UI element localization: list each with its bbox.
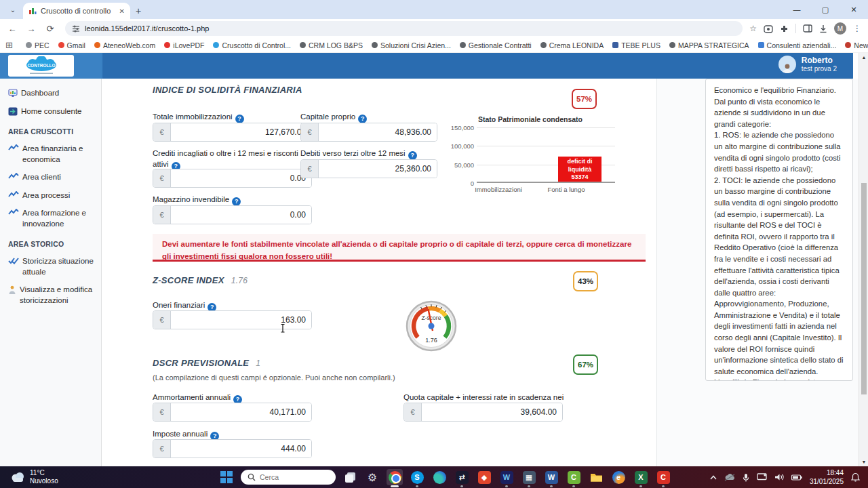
help-icon[interactable] — [235, 115, 244, 123]
skype-app-icon[interactable]: S — [409, 469, 425, 485]
bookmark-item[interactable]: TEBE PLUS — [609, 41, 664, 50]
warning-message: Devi aumentare le fonti stabilmente vinc… — [153, 234, 646, 262]
close-button[interactable]: ✕ — [840, 0, 868, 19]
field-label: Capitale proprio — [300, 111, 367, 123]
tray-chevron-icon[interactable] — [710, 475, 717, 480]
download-icon[interactable] — [819, 24, 827, 33]
notifications-bell-icon[interactable] — [851, 472, 860, 482]
currency-prefix: € — [301, 123, 319, 141]
solidity-title: INDICE DI SOLIDITÀ FINANZIARIA — [153, 85, 302, 95]
apps-grid-icon[interactable]: ⊞ — [5, 40, 13, 50]
bookmark-item[interactable]: Gestionale Contratti — [456, 41, 535, 50]
forward-icon[interactable]: → — [23, 20, 39, 37]
x-category-label: Immobilizzazioni — [468, 186, 529, 193]
edge-app-icon[interactable] — [431, 469, 448, 485]
minimize-button[interactable]: — — [783, 0, 811, 19]
currency-prefix: € — [153, 311, 171, 329]
y-tick-label: 50,000 — [444, 161, 474, 169]
bookmark-star-icon[interactable]: ☆ — [749, 24, 757, 33]
camtasia-app-icon[interactable]: C — [566, 469, 582, 485]
weather-condition: Nuvoloso — [30, 477, 58, 486]
word-app-icon[interactable]: W — [543, 469, 559, 485]
taskbar-search[interactable] — [241, 470, 336, 485]
reload-icon[interactable]: ⟳ — [42, 20, 58, 37]
dscr-value: 1 — [256, 359, 260, 368]
profile-avatar[interactable]: M — [834, 22, 846, 35]
field-label: Totale immobilizzazioni — [153, 111, 244, 123]
red-diamond-app-icon[interactable]: ◆ — [476, 469, 492, 485]
extensions-icon[interactable] — [780, 24, 789, 33]
totale-immobilizzazioni-input[interactable] — [171, 123, 311, 141]
scroll-down-icon[interactable]: ▼ — [859, 460, 868, 464]
help-icon[interactable] — [408, 151, 417, 160]
weather-widget[interactable]: 11°C Nuvoloso — [9, 469, 111, 486]
bookmark-item[interactable]: CRM LOG B&PS — [296, 41, 366, 50]
field-label: Magazzino invendibile — [153, 194, 241, 206]
bookmark-item[interactable]: iLovePDF — [161, 41, 208, 50]
file-explorer-app-icon[interactable] — [588, 469, 604, 485]
browser-app-icon[interactable]: e — [610, 469, 627, 485]
settings-app-icon[interactable]: ⚙ — [364, 469, 380, 485]
speaker-icon[interactable] — [774, 473, 784, 481]
address-bar[interactable]: leonida.155del2017.it/cruscotto-1.php — [65, 21, 743, 36]
task-view-button[interactable] — [342, 469, 358, 485]
bookmark-item[interactable]: MAPPA STRATEGICA — [666, 41, 753, 50]
dscr-title: DSCR PREVISIONALE1 — [153, 358, 260, 368]
clock[interactable]: 18:44 31/01/2025 — [810, 468, 844, 486]
info-panel: Economico e l'equilibrio Finanziario. Da… — [705, 79, 853, 381]
quota-capitale-input[interactable] — [422, 403, 562, 421]
browser-tab[interactable]: Cruscotto di controllo ✕ — [23, 3, 130, 19]
web-page: CONTROLLO Roberto test prova 2 Dashboard — [0, 53, 868, 466]
help-icon[interactable] — [358, 115, 367, 123]
chrome-app-icon[interactable] — [387, 469, 403, 485]
imposte-input[interactable] — [171, 440, 311, 458]
bookmark-item[interactable]: Soluzioni Crisi Azien... — [368, 41, 454, 50]
calculator-app-icon[interactable]: ▦ — [521, 469, 537, 485]
taskbar-search-input[interactable] — [260, 473, 321, 481]
side-panel-icon[interactable] — [803, 24, 812, 33]
battery-icon[interactable] — [791, 474, 802, 481]
red-c-app-icon[interactable]: C — [655, 469, 671, 485]
magazzino-input[interactable] — [171, 206, 311, 224]
microphone-icon[interactable] — [743, 473, 749, 482]
maximize-button[interactable]: ▢ — [811, 0, 840, 19]
menu-kebab-icon[interactable]: ⋮ — [853, 24, 861, 33]
bookmark-item[interactable]: Crema LEONIDA — [537, 41, 608, 50]
field-label: Debiti verso terzi oltre 12 mesi — [300, 148, 417, 160]
bookmark-item[interactable]: NewPabb — [842, 41, 868, 50]
toolbar-divider — [795, 24, 796, 33]
tab-search-icon[interactable]: ⌄ — [4, 2, 22, 17]
capitale-proprio-input[interactable] — [319, 123, 437, 141]
cast-display-icon[interactable] — [757, 473, 767, 481]
bookmark-item[interactable]: AteneoWeb.com — [91, 41, 159, 50]
oneri-finanziari-input[interactable] — [171, 311, 311, 329]
onedrive-icon[interactable] — [724, 474, 735, 481]
new-tab-button[interactable]: + — [136, 5, 141, 16]
bookmark-item[interactable]: Cruscotto di Control... — [210, 41, 294, 50]
crediti-incagliati-input[interactable] — [171, 169, 311, 187]
ammortamenti-input[interactable] — [171, 403, 311, 421]
gridline — [477, 127, 615, 128]
taskbar: 11°C Nuvoloso 1 ⚙ S ⇄ ◆ W ▦ W — [0, 466, 868, 488]
teamviewer-app-icon[interactable]: ⇄ — [454, 469, 470, 485]
excel-app-icon[interactable]: X — [633, 469, 649, 485]
scroll-up-icon[interactable]: ▲ — [859, 55, 868, 60]
currency-prefix: € — [301, 160, 319, 178]
scrollbar-thumb[interactable] — [861, 183, 867, 394]
page-scrollbar[interactable]: ▲ ▼ — [859, 53, 868, 466]
bookmark-item[interactable]: Gmail — [55, 41, 89, 50]
site-settings-icon[interactable] — [72, 24, 80, 33]
tab-close-icon[interactable]: ✕ — [119, 7, 125, 15]
url-text[interactable]: leonida.155del2017.it/cruscotto-1.php — [85, 24, 209, 33]
start-button[interactable] — [218, 469, 235, 485]
zscore-gauge: Z-score 1.76 — [406, 300, 457, 354]
back-icon[interactable]: ← — [4, 20, 20, 37]
cc-app-icon[interactable]: W — [498, 469, 515, 485]
currency-prefix: € — [153, 440, 171, 458]
bookmark-item[interactable]: PEC — [22, 41, 53, 50]
tab-title: Cruscotto di controllo — [41, 7, 115, 15]
screenshot-icon[interactable] — [764, 24, 773, 33]
help-icon[interactable] — [232, 197, 241, 206]
bookmark-item[interactable]: Consulenti aziendali... — [755, 41, 840, 50]
debiti-terzi-input[interactable] — [319, 160, 437, 178]
